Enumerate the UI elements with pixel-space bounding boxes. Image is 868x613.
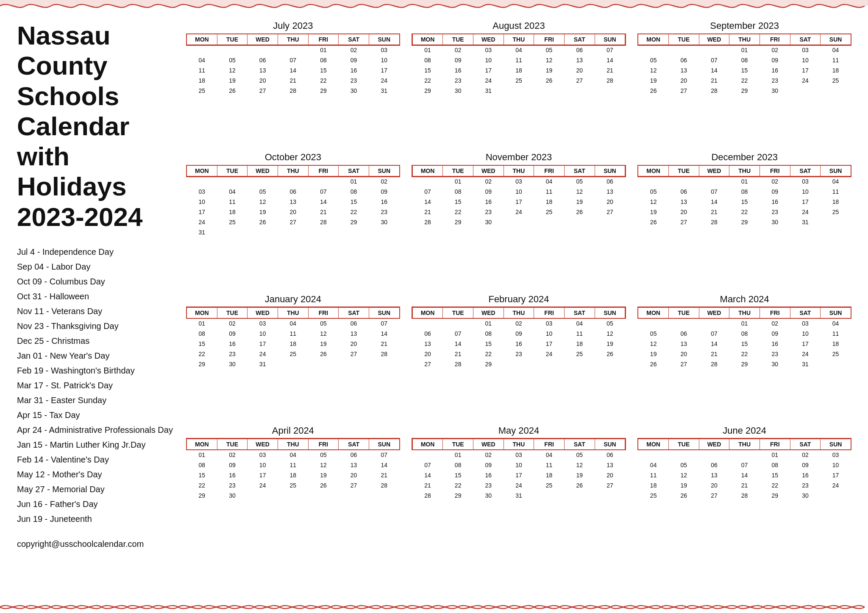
calendar-table: MONTUEWEDTHUFRISATSUN0102030405060708091… bbox=[186, 307, 400, 369]
day-header: MON bbox=[638, 307, 669, 318]
day-cell: 03 bbox=[187, 187, 217, 197]
day-header: MON bbox=[412, 439, 443, 449]
day-cell: 04 bbox=[821, 318, 851, 329]
day-cell: 23 bbox=[790, 480, 821, 490]
day-cell: 24 bbox=[790, 75, 821, 86]
day-cell: 22 bbox=[308, 75, 339, 86]
day-header: SUN bbox=[369, 34, 399, 45]
day-cell: 23 bbox=[473, 207, 504, 217]
day-cell: 27 bbox=[339, 480, 369, 490]
calendar-table: MONTUEWEDTHUFRISATSUN0102030405060708091… bbox=[186, 439, 400, 501]
day-cell: 22 bbox=[760, 480, 790, 490]
day-cell: 29 bbox=[443, 490, 473, 501]
day-cell: 17 bbox=[790, 197, 821, 207]
day-header: TUE bbox=[217, 166, 248, 176]
day-cell: 27 bbox=[699, 490, 729, 501]
empty-cell bbox=[217, 45, 248, 56]
day-cell: 13 bbox=[668, 65, 699, 75]
day-cell: 08 bbox=[443, 460, 473, 470]
empty-cell bbox=[339, 227, 369, 237]
day-cell: 13 bbox=[668, 339, 699, 349]
day-header: MON bbox=[412, 34, 443, 45]
day-cell: 14 bbox=[443, 339, 473, 349]
month-title: February 2024 bbox=[412, 294, 626, 305]
day-header: SUN bbox=[369, 166, 399, 176]
day-cell: 07 bbox=[369, 449, 399, 460]
holiday-item: Feb 19 - Washington's Birthday bbox=[17, 363, 178, 378]
day-cell: 11 bbox=[187, 65, 217, 75]
day-header: MON bbox=[187, 307, 217, 318]
day-header: FRI bbox=[308, 166, 339, 176]
day-cell: 29 bbox=[729, 359, 760, 369]
day-cell: 17 bbox=[473, 65, 504, 75]
day-cell: 22 bbox=[443, 480, 473, 490]
day-cell: 04 bbox=[278, 318, 308, 329]
day-header: THU bbox=[504, 307, 534, 318]
day-cell: 06 bbox=[564, 45, 595, 56]
empty-cell bbox=[564, 490, 595, 501]
day-header: SUN bbox=[821, 307, 851, 318]
day-cell: 01 bbox=[339, 176, 369, 187]
day-cell: 20 bbox=[412, 349, 443, 359]
empty-cell bbox=[638, 318, 669, 329]
day-cell: 20 bbox=[339, 339, 369, 349]
day-cell: 10 bbox=[369, 55, 399, 65]
day-header: SAT bbox=[564, 439, 595, 449]
day-cell: 05 bbox=[308, 318, 339, 329]
day-cell: 06 bbox=[668, 329, 699, 339]
day-cell: 01 bbox=[187, 449, 217, 460]
empty-cell bbox=[369, 227, 399, 237]
day-cell: 14 bbox=[308, 197, 339, 207]
day-cell: 26 bbox=[638, 86, 669, 96]
day-cell: 17 bbox=[821, 470, 851, 480]
empty-cell bbox=[699, 176, 729, 187]
day-cell: 22 bbox=[187, 349, 217, 359]
day-cell: 25 bbox=[534, 207, 565, 217]
empty-cell bbox=[504, 86, 534, 96]
title-block: Nassau County Schools Calendar with Holi… bbox=[17, 20, 178, 232]
empty-cell bbox=[308, 227, 339, 237]
day-cell: 11 bbox=[821, 55, 851, 65]
day-cell: 11 bbox=[504, 55, 534, 65]
day-cell: 04 bbox=[564, 318, 595, 329]
day-header: SAT bbox=[790, 307, 821, 318]
calendar-table: MONTUEWEDTHUFRISATSUN0102030405060708091… bbox=[412, 165, 626, 227]
day-header: MON bbox=[638, 439, 669, 449]
day-cell: 09 bbox=[339, 55, 369, 65]
day-cell: 10 bbox=[790, 329, 821, 339]
day-cell: 13 bbox=[248, 65, 278, 75]
day-cell: 28 bbox=[278, 86, 308, 96]
empty-cell bbox=[187, 45, 217, 56]
day-cell: 08 bbox=[187, 329, 217, 339]
day-cell: 17 bbox=[504, 470, 534, 480]
day-cell: 28 bbox=[699, 217, 729, 227]
day-header: FRI bbox=[760, 439, 790, 449]
day-cell: 22 bbox=[339, 207, 369, 217]
day-cell: 25 bbox=[187, 86, 217, 96]
holiday-item: Jul 4 - Independence Day bbox=[17, 245, 178, 259]
day-cell: 17 bbox=[248, 339, 278, 349]
day-header: WED bbox=[699, 166, 729, 176]
day-cell: 19 bbox=[217, 75, 248, 86]
day-cell: 20 bbox=[668, 207, 699, 217]
day-cell: 09 bbox=[760, 187, 790, 197]
empty-cell bbox=[729, 449, 760, 460]
day-header: TUE bbox=[217, 439, 248, 449]
month-title: April 2024 bbox=[186, 425, 400, 436]
day-cell: 08 bbox=[187, 460, 217, 470]
day-cell: 19 bbox=[308, 470, 339, 480]
day-cell: 06 bbox=[699, 460, 729, 470]
day-cell: 14 bbox=[369, 329, 399, 339]
day-cell: 15 bbox=[729, 65, 760, 75]
month-title: October 2023 bbox=[186, 152, 400, 163]
day-cell: 16 bbox=[369, 197, 399, 207]
day-header: SAT bbox=[339, 166, 369, 176]
day-cell: 09 bbox=[504, 329, 534, 339]
day-cell: 26 bbox=[564, 207, 595, 217]
day-cell: 28 bbox=[699, 86, 729, 96]
day-cell: 03 bbox=[369, 45, 399, 56]
empty-cell bbox=[595, 86, 625, 96]
day-cell: 24 bbox=[821, 480, 851, 490]
day-cell: 13 bbox=[699, 470, 729, 480]
day-cell: 24 bbox=[248, 480, 278, 490]
